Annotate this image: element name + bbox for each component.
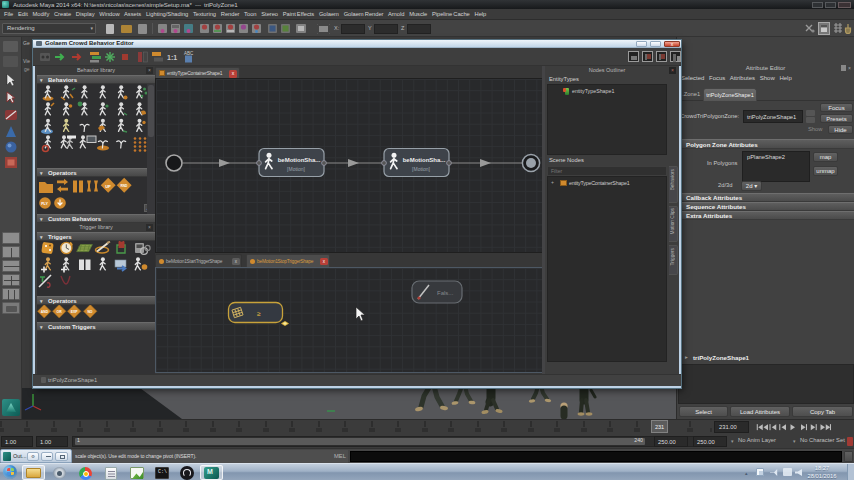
- svg-text:NO: NO: [87, 310, 92, 314]
- svg-text:EXP: EXP: [71, 310, 79, 314]
- svg-text:beMotionSha...: beMotionSha...: [403, 157, 446, 163]
- svg-text:1:1: 1:1: [167, 54, 177, 61]
- svg-text:beMotionSha...: beMotionSha...: [278, 157, 321, 163]
- svg-text:[Motion]: [Motion]: [412, 166, 430, 172]
- svg-text:Fals...: Fals...: [437, 290, 454, 296]
- svg-text:UP: UP: [105, 184, 111, 189]
- svg-text:RND: RND: [120, 184, 128, 188]
- svg-text:[Motion]: [Motion]: [287, 166, 305, 172]
- svg-text:PLY: PLY: [41, 202, 48, 206]
- svg-text:OR: OR: [57, 310, 63, 314]
- svg-text:ABC: ABC: [184, 51, 194, 56]
- svg-text:AND: AND: [41, 310, 49, 314]
- svg-text:≥: ≥: [257, 310, 261, 317]
